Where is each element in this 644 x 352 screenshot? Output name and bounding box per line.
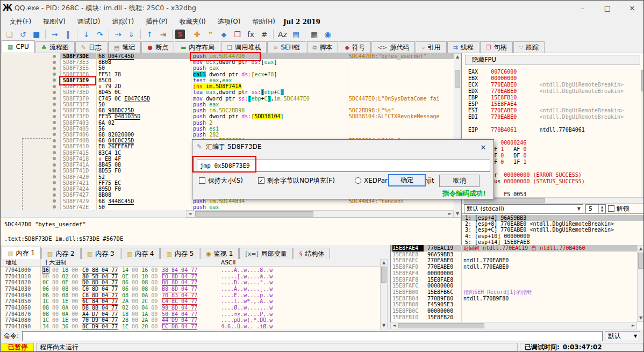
- cancel-button[interactable]: 取消: [439, 175, 480, 187]
- breakpoint-dot[interactable]: [53, 55, 56, 58]
- labels-icon[interactable]: ⬥: [218, 29, 230, 40]
- argument-row[interactable]: 1: [esp+4] 96A59BB3: [462, 215, 644, 221]
- breakpoint-dot[interactable]: [53, 91, 56, 94]
- stack-pane[interactable]: 15E8FAE4770EAC19返回到 ntdll.770EAC19 自 ntd…: [390, 245, 644, 329]
- command-input[interactable]: [22, 331, 603, 341]
- minimize-button[interactable]: –: [570, 1, 595, 16]
- argument-row[interactable]: 3: [esp+C] 770EABE0 <ntdll.DbgUiRemoteBr…: [462, 227, 644, 233]
- disasm-row[interactable]: 5D8F73E6FF51 78call dword ptr ds:[ecx+78…: [1, 71, 454, 77]
- stack-row[interactable]: 15E8FAE896A59BB3: [391, 252, 637, 258]
- register-row[interactable]: ESI 770EABE0 <ntdll.DbgUiRemoteBreakin>: [468, 107, 624, 114]
- breakpoint-dot[interactable]: [53, 205, 56, 209]
- stack-vscrollbar[interactable]: ▲ ▼: [637, 245, 644, 322]
- stack-row[interactable]: 15E8FB0015E8FB6C指向SEH_Record[1]的指针: [391, 289, 637, 296]
- register-row[interactable]: ESP 15E8FAE4: [468, 101, 517, 107]
- tab-监视 1[interactable]: ◉监视 1: [200, 248, 239, 259]
- menu-item[interactable]: 文件(F): [4, 16, 37, 27]
- spinner-arrows-icon[interactable]: ▲▼: [598, 205, 605, 213]
- tab-内存 5[interactable]: ▥内存 5: [160, 248, 199, 259]
- tab-流程图[interactable]: ♣流程图: [35, 41, 75, 53]
- breakpoint-dot[interactable]: [53, 175, 56, 178]
- argument-row[interactable]: 5: [esp+14] 15E8FAE8: [462, 239, 644, 245]
- stack-row[interactable]: 15E8FAE4770EAC19返回到 ntdll.770EAC19 自 ntd…: [391, 245, 637, 252]
- command-preset-select[interactable]: 默认▼: [605, 331, 640, 341]
- strings-icon[interactable]: Az: [276, 29, 289, 40]
- stack-row[interactable]: 15E8FB08F45905E3: [391, 301, 637, 308]
- regs-vscrollbar[interactable]: [641, 69, 644, 197]
- hide-fpu-button[interactable]: 隐藏FPU: [465, 55, 640, 65]
- keep-size-option[interactable]: 保持大小(S): [199, 175, 243, 186]
- breakpoint-dot[interactable]: [53, 181, 56, 184]
- disasm-row[interactable]: 5D8F73E550push eax: [1, 65, 454, 71]
- argument-row[interactable]: 2: [esp+8] 770EABE0 <ntdll.DbgUiRemoteBr…: [462, 221, 644, 227]
- step-into-icon[interactable]: ↓: [80, 29, 92, 40]
- memory-dump-pane[interactable]: 地址 十六进制 ASCII 7704100016 00 18 00C0 8B 0…: [1, 259, 388, 329]
- menu-item[interactable]: 收藏夹(I): [174, 16, 212, 27]
- assemble-instruction-input[interactable]: [197, 160, 490, 172]
- breakpoint-dot[interactable]: [53, 73, 56, 76]
- bookmarks-icon[interactable]: ❒: [231, 29, 244, 40]
- dialog-close-button[interactable]: ✕: [478, 142, 488, 152]
- disasm-row[interactable]: 5D8F73F868 98BDC25Dpush im.5DC2BD985DC2B…: [1, 107, 454, 113]
- stack-row[interactable]: 15E8FB04770B9F80ntdll.770B9F80: [391, 296, 637, 302]
- website-icon[interactable]: ◉: [321, 29, 334, 40]
- disasm-row[interactable]: 5D8F74036A 02push 2: [1, 120, 454, 126]
- nop-fill-option[interactable]: ✓ 剩余字节以NOP填充(F): [258, 175, 335, 186]
- tab-断点[interactable]: ●断点: [141, 41, 174, 53]
- tab-内存 3[interactable]: ▥内存 3: [81, 248, 120, 259]
- dump-row[interactable]: 7704103006 00 08 00C0 8D 04 7706 00 08 0…: [1, 286, 380, 292]
- depth-spinner[interactable]: 5▲▼: [585, 204, 606, 213]
- tab-日志[interactable]: ✎日志: [75, 41, 108, 53]
- breakpoint-dot[interactable]: [53, 151, 56, 154]
- disasm-row[interactable]: 5D8F73E38B08mov ecx,dword ptr ds:[eax]: [1, 59, 454, 65]
- menu-item[interactable]: 视图(V): [37, 16, 71, 27]
- dump-row[interactable]: 7704100016 00 18 00C0 8B 04 7714 00 16 0…: [1, 267, 380, 274]
- step-out-icon[interactable]: ↑: [144, 29, 156, 40]
- tab-源代码[interactable]: <>源代码: [371, 41, 415, 53]
- restart-icon[interactable]: ↺: [17, 29, 29, 40]
- breakpoint-dot[interactable]: [53, 61, 56, 64]
- hash-icon[interactable]: #: [258, 29, 270, 40]
- disasm-row[interactable]: 5D8F73EB∨ 79 2Djns im.5D8F741A: [1, 83, 454, 89]
- run-to-user-code-icon[interactable]: ⇢: [112, 29, 124, 40]
- breakpoint-dot[interactable]: [53, 67, 56, 70]
- stack-row[interactable]: 15E8FAF400000000: [391, 270, 637, 277]
- stack-row[interactable]: 15E8FAEC770EABE0ntdll.770EABE0: [391, 257, 637, 264]
- pause-icon[interactable]: ‖: [62, 29, 74, 40]
- tab-内存 4[interactable]: ▥内存 4: [121, 248, 160, 259]
- step-over-icon[interactable]: ↷: [94, 29, 106, 40]
- disasm-row[interactable]: 5D8F73E985C0test eax,eax: [1, 77, 454, 83]
- dump-row[interactable]: 7704101000 00 02 0080 5B 04 770E 00 10 0…: [1, 274, 380, 280]
- calling-convention-select[interactable]: 默认 (stdcall)▼: [464, 204, 583, 213]
- handles-icon[interactable]: ▤: [290, 29, 302, 40]
- menu-item[interactable]: 追踪(T): [106, 16, 140, 27]
- register-row[interactable]: EDI 770EABE0 <ntdll.DbgUiRemoteBreakin>: [468, 114, 624, 120]
- tab-句柄[interactable]: ❒句柄: [480, 41, 513, 53]
- breakpoint-dot[interactable]: [53, 97, 56, 100]
- keep-size-checkbox[interactable]: [199, 177, 205, 184]
- calculator-icon[interactable]: ▦: [308, 29, 320, 40]
- patches-icon[interactable]: ✚: [191, 29, 203, 40]
- register-row[interactable]: EBX 00000000: [468, 75, 517, 82]
- dump-row[interactable]: 770410501C 00 1E 006C 84 04 772A 00 2C 0…: [1, 298, 380, 305]
- dump-row[interactable]: 7704107008 00 0A 00A4 D7 04 7718 00 1A 0…: [1, 311, 380, 318]
- register-row[interactable]: EBP 15E8FB10: [468, 95, 517, 101]
- tab-局部变量[interactable]: [x=]局部变量: [239, 248, 292, 259]
- menu-item[interactable]: 选项(O): [212, 16, 247, 27]
- disasm-row[interactable]: 5D8F742E50push eax: [1, 204, 454, 210]
- breakpoint-dot[interactable]: [53, 139, 56, 142]
- breakpoint-dot[interactable]: [53, 169, 56, 173]
- dump-row[interactable]: 770410801C 00 1E 0070 D9 04 7728 00 2A 0…: [1, 317, 380, 324]
- breakpoint-dot[interactable]: [53, 145, 56, 148]
- maximize-button[interactable]: □: [595, 1, 620, 16]
- ok-button[interactable]: 确定: [388, 174, 426, 186]
- xedparse-radio[interactable]: [355, 177, 361, 184]
- menu-item[interactable]: 调试(D): [71, 16, 106, 27]
- breakpoint-dot[interactable]: [53, 78, 56, 82]
- stack-row[interactable]: 15E8FAFC00000000: [391, 283, 637, 289]
- breakpoint-dot[interactable]: [53, 199, 56, 203]
- tab-引用[interactable]: ⌕引用: [416, 41, 446, 53]
- comments-icon[interactable]: ❞: [204, 29, 217, 40]
- dump-row[interactable]: 7704106008 00 0A 00D8 8B 04 7702 00 04 0…: [1, 305, 380, 311]
- breakpoint-dot[interactable]: [53, 193, 56, 197]
